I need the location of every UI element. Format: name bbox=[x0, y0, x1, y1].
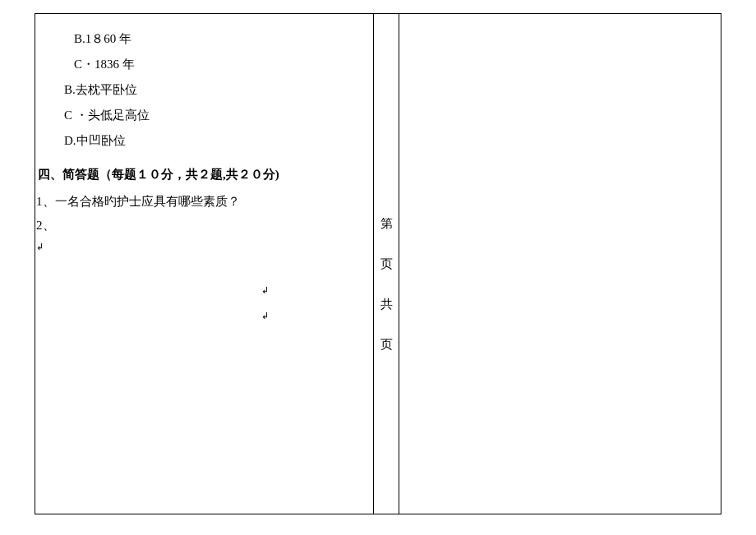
mid-markers: ↲ ↲ bbox=[35, 285, 363, 321]
return-marker-2: ↲ bbox=[35, 285, 363, 296]
return-marker-1: ↲ bbox=[35, 242, 363, 252]
section-4-title: 四、简答题（每题１０分，共２题,共２０分) bbox=[35, 167, 363, 182]
sidebar-char-di: 第 bbox=[380, 216, 393, 232]
return-marker-3: ↲ bbox=[35, 311, 363, 321]
option-b-1860: B.1８60 年 bbox=[35, 31, 363, 47]
option-c-position: C ・头低足高位 bbox=[35, 108, 363, 123]
question-2: 2、 bbox=[35, 218, 363, 233]
sidebar-char-gong: 共 bbox=[380, 297, 393, 312]
sidebar-char-ye1: 页 bbox=[380, 256, 393, 272]
page-number-sidebar: 第 页 共 页 bbox=[373, 13, 399, 514]
main-content: B.1８60 年 C・1836 年 B.去枕平卧位 C ・头低足高位 D.中凹卧… bbox=[35, 13, 363, 336]
sidebar-char-ye2: 页 bbox=[380, 337, 393, 353]
question-1: 1、一名合格旳护士应具有哪些素质？ bbox=[35, 194, 363, 210]
option-d-position: D.中凹卧位 bbox=[35, 133, 363, 149]
option-c-1836: C・1836 年 bbox=[35, 57, 363, 72]
option-b-position: B.去枕平卧位 bbox=[35, 82, 363, 98]
